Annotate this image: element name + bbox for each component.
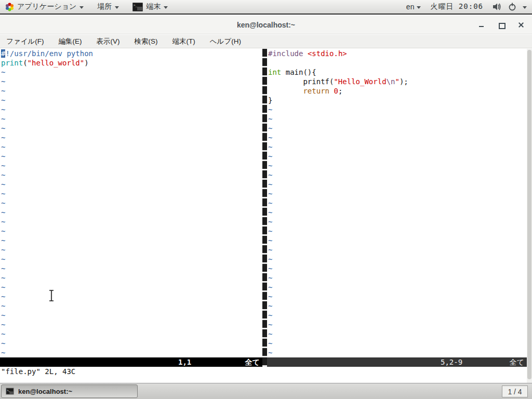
tilde-line: ~ <box>1 264 262 273</box>
language-label: en <box>406 3 415 11</box>
tilde-line: ~ <box>268 255 527 264</box>
statusline-scroll-indicator: 全て <box>245 357 260 367</box>
statusline-cursor-position: 1,1 <box>178 357 191 367</box>
vim-statusline-active: file.py 1,1 全て <box>0 357 262 367</box>
tilde-line: ~ <box>268 152 527 161</box>
keyboard-layout-indicator[interactable]: en <box>406 3 421 11</box>
tilde-line: ~ <box>268 339 527 348</box>
terminal-app-menu[interactable]: >_ 端末 <box>132 2 168 11</box>
tilde-line: ~ <box>268 283 527 292</box>
close-button[interactable] <box>517 21 525 29</box>
tilde-line: ~ <box>1 77 262 86</box>
volume-icon <box>493 3 502 11</box>
svg-text:>_: >_ <box>134 3 138 7</box>
code-line: #include <stdio.h> <box>268 49 527 58</box>
tilde-line: ~ <box>268 198 527 208</box>
statusline-scroll-indicator: 全て <box>510 357 524 367</box>
terminal-icon: >_ <box>132 3 143 11</box>
tilde-line: ~ <box>1 189 262 198</box>
tilde-line: ~ <box>1 198 262 208</box>
minimize-button[interactable] <box>478 21 485 29</box>
tilde-line: ~ <box>268 124 527 133</box>
scrollbar-thumb[interactable] <box>527 50 531 379</box>
menubar-item[interactable]: 検索(S) <box>135 37 158 46</box>
code-line: printf("Hello_World\n"); <box>268 77 527 86</box>
maximize-button[interactable] <box>498 21 505 29</box>
terminal-menubar: ファイル(F)編集(E)表示(V)検索(S)端末(T)ヘルプ(H) <box>0 35 532 48</box>
chevron-down-icon <box>79 6 84 9</box>
tilde-line: ~ <box>268 133 527 142</box>
tilde-line: ~ <box>1 152 262 161</box>
tilde-line: ~ <box>268 273 527 283</box>
terminal-menu-label: 端末 <box>146 2 161 11</box>
tilde-line: ~ <box>268 105 527 114</box>
tilde-line: ~ <box>1 329 262 339</box>
vim-statusline-inactive: hello_world.c 5,2-9 全て <box>267 357 527 367</box>
chevron-down-icon <box>164 6 168 9</box>
window-title: ken@localhost:~ <box>237 21 295 29</box>
applications-label: アプリケーション <box>17 2 76 11</box>
tilde-line: ~ <box>1 208 262 217</box>
chevron-down-icon <box>417 6 421 9</box>
vim-right-pane: #include <stdio.h>int main(){ printf("He… <box>267 49 527 367</box>
code-line <box>268 58 527 68</box>
tilde-line: ~ <box>268 245 527 255</box>
tilde-line: ~ <box>1 348 262 357</box>
tilde-line: ~ <box>1 180 262 189</box>
chevron-down-icon <box>115 6 119 9</box>
terminal-scrollbar[interactable] <box>527 49 532 383</box>
clock[interactable]: 火曜日 20:06 <box>430 2 483 11</box>
tilde-line: ~ <box>268 264 527 273</box>
code-line: int main(){ <box>268 68 527 77</box>
vim-right-buffer[interactable]: #include <stdio.h>int main(){ printf("He… <box>267 49 527 357</box>
menubar-item[interactable]: 編集(E) <box>59 37 82 46</box>
vim-split: #!/usr/bin/env pythonprint("hello_world"… <box>0 49 527 367</box>
tilde-line: ~ <box>1 227 262 236</box>
tilde-line: ~ <box>268 114 527 124</box>
statusline-cursor-position: 5,2-9 <box>441 357 462 367</box>
tilde-line: ~ <box>1 301 262 311</box>
code-line: #!/usr/bin/env python <box>1 49 262 58</box>
applications-icon <box>5 3 14 11</box>
tilde-line: ~ <box>1 86 262 96</box>
system-status-area[interactable] <box>493 3 527 11</box>
tilde-line: ~ <box>1 320 262 329</box>
tilde-line: ~ <box>268 142 527 152</box>
menubar-item[interactable]: ヘルプ(H) <box>210 37 241 46</box>
tilde-line: ~ <box>268 236 527 245</box>
taskbar-window-button[interactable]: >_ ken@localhost:~ <box>1 384 138 398</box>
applications-menu[interactable]: アプリケーション <box>5 2 84 11</box>
window-titlebar: ken@localhost:~ <box>0 16 532 34</box>
tilde-line: ~ <box>1 311 262 320</box>
tilde-line: ~ <box>268 320 527 329</box>
tilde-line: ~ <box>268 189 527 198</box>
desktop-screen: アプリケーション 場所 >_ 端末 en 火曜日 20:06 <box>0 0 532 399</box>
tilde-line: ~ <box>1 339 262 348</box>
tilde-line: ~ <box>268 217 527 227</box>
vim-left-pane: #!/usr/bin/env pythonprint("hello_world"… <box>0 49 262 367</box>
chevron-down-icon <box>523 6 527 9</box>
tilde-line: ~ <box>1 283 262 292</box>
tilde-line: ~ <box>1 142 262 152</box>
menubar-item[interactable]: 端末(T) <box>172 37 195 46</box>
bottom-taskbar: >_ ken@localhost:~ 1 / 4 <box>0 383 532 399</box>
tilde-line: ~ <box>1 292 262 301</box>
menubar-item[interactable]: ファイル(F) <box>6 37 44 46</box>
vim-message-line: "file.py" 2L, 43C <box>0 367 532 376</box>
terminal-icon: >_ <box>6 388 14 395</box>
tilde-line: ~ <box>1 236 262 245</box>
code-line: print("hello_world") <box>1 58 262 68</box>
menubar-item[interactable]: 表示(V) <box>97 37 120 46</box>
vim-left-buffer[interactable]: #!/usr/bin/env pythonprint("hello_world"… <box>0 49 262 357</box>
workspace-switcher[interactable]: 1 / 4 <box>502 385 528 397</box>
window-controls <box>478 16 525 34</box>
places-menu[interactable]: 場所 <box>97 2 119 11</box>
tilde-line: ~ <box>1 170 262 180</box>
tilde-line: ~ <box>268 227 527 236</box>
tilde-line: ~ <box>1 96 262 105</box>
tilde-line: ~ <box>268 170 527 180</box>
tilde-line: ~ <box>1 133 262 142</box>
terminal-window: #!/usr/bin/env pythonprint("hello_world"… <box>0 49 532 383</box>
taskbar-window-label: ken@localhost:~ <box>18 388 72 395</box>
tilde-line: ~ <box>1 255 262 264</box>
